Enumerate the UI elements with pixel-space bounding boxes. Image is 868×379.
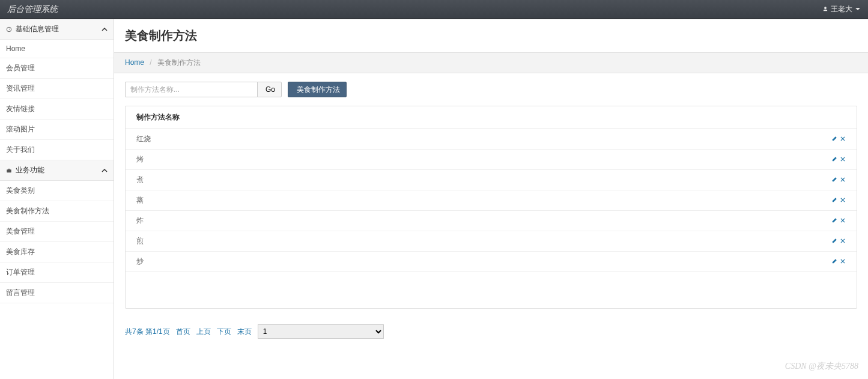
sidebar-item-label: 友情链接 bbox=[6, 105, 35, 113]
sidebar-item-label: 留言管理 bbox=[6, 288, 35, 297]
breadcrumb-home[interactable]: Home bbox=[125, 58, 144, 67]
table-row: 炒 bbox=[126, 252, 857, 272]
cell-name: 炸 bbox=[126, 211, 584, 231]
controls-bar: Go 美食制作方法 bbox=[114, 73, 868, 106]
pager-summary: 共7条 第1/1页 bbox=[125, 327, 170, 337]
briefcase-icon bbox=[6, 168, 12, 174]
sidebar-item-food-manage[interactable]: 美食管理 bbox=[0, 222, 114, 242]
main-content: 美食制作方法 Home / 美食制作方法 Go 美食制作方法 制作方法名 bbox=[114, 19, 868, 379]
search-input[interactable] bbox=[125, 82, 257, 97]
sidebar-item-label: 关于我们 bbox=[6, 145, 35, 154]
edit-icon[interactable] bbox=[831, 156, 837, 164]
cell-name: 炒 bbox=[126, 252, 584, 272]
add-label: 美食制作方法 bbox=[297, 85, 340, 95]
table-row: 蒸 bbox=[126, 190, 857, 211]
edit-icon[interactable] bbox=[831, 217, 837, 225]
sidebar-item-carousel[interactable]: 滚动图片 bbox=[0, 120, 114, 140]
edit-icon[interactable] bbox=[831, 135, 837, 144]
user-menu[interactable]: 王老大 bbox=[822, 4, 861, 14]
cell-name: 红烧 bbox=[126, 129, 584, 150]
delete-icon[interactable] bbox=[840, 258, 846, 266]
pager-last[interactable]: 末页 bbox=[237, 327, 252, 337]
caret-down-icon bbox=[855, 5, 861, 14]
delete-icon[interactable] bbox=[840, 156, 846, 164]
sidebar-group-business[interactable]: 业务功能 bbox=[0, 160, 114, 181]
user-name: 王老大 bbox=[831, 4, 852, 14]
edit-icon[interactable] bbox=[831, 237, 837, 246]
sidebar-item-about[interactable]: 关于我们 bbox=[0, 140, 114, 160]
sidebar-item-members[interactable]: 会员管理 bbox=[0, 58, 114, 79]
table-row: 炸 bbox=[126, 211, 857, 231]
sidebar-item-label: 滚动图片 bbox=[6, 125, 35, 133]
user-icon bbox=[822, 5, 828, 14]
add-button[interactable]: 美食制作方法 bbox=[288, 82, 347, 97]
svg-rect-1 bbox=[7, 169, 11, 172]
sidebar-item-label: 美食库存 bbox=[6, 247, 35, 256]
brand-title: 后台管理系统 bbox=[7, 4, 58, 15]
cell-name: 煎 bbox=[126, 231, 584, 252]
sidebar-group-basic[interactable]: 基础信息管理 bbox=[0, 19, 114, 40]
pager-select[interactable]: 1 bbox=[258, 324, 384, 339]
search-go-button[interactable]: Go bbox=[257, 82, 282, 97]
sidebar-item-label: 美食制作方法 bbox=[6, 207, 49, 215]
delete-icon[interactable] bbox=[840, 196, 846, 205]
sidebar: 基础信息管理 Home 会员管理 资讯管理 友情链接 滚动图片 关于我们 业务功… bbox=[0, 19, 114, 379]
breadcrumb-separator: / bbox=[150, 58, 151, 67]
sidebar-item-cooking-method[interactable]: 美食制作方法 bbox=[0, 201, 114, 222]
data-table: 制作方法名称 红烧烤煮蒸炸煎炒 bbox=[126, 106, 857, 272]
breadcrumb-current: 美食制作方法 bbox=[157, 58, 201, 67]
pager-first[interactable]: 首页 bbox=[176, 327, 190, 337]
edit-icon[interactable] bbox=[831, 258, 837, 266]
sidebar-item-label: 美食类别 bbox=[6, 186, 35, 195]
sidebar-item-label: 会员管理 bbox=[6, 64, 35, 72]
delete-icon[interactable] bbox=[840, 176, 846, 184]
sidebar-item-messages[interactable]: 留言管理 bbox=[0, 283, 114, 303]
svg-rect-2 bbox=[8, 168, 10, 169]
sidebar-group-label: 基础信息管理 bbox=[16, 24, 59, 34]
cell-name: 煮 bbox=[126, 170, 584, 190]
table-row: 煮 bbox=[126, 170, 857, 190]
table-card: 制作方法名称 红烧烤煮蒸炸煎炒 bbox=[125, 106, 857, 309]
table-header-name: 制作方法名称 bbox=[126, 106, 584, 129]
chevron-up-icon bbox=[102, 168, 108, 174]
dashboard-icon bbox=[6, 26, 12, 32]
cell-name: 烤 bbox=[126, 150, 584, 170]
chevron-up-icon bbox=[102, 26, 108, 32]
sidebar-item-orders[interactable]: 订单管理 bbox=[0, 262, 114, 283]
delete-icon[interactable] bbox=[840, 217, 846, 225]
delete-icon[interactable] bbox=[840, 135, 846, 144]
sidebar-item-food-stock[interactable]: 美食库存 bbox=[0, 242, 114, 262]
sidebar-item-label: 美食管理 bbox=[6, 227, 35, 235]
sidebar-group-label: 业务功能 bbox=[16, 165, 44, 175]
delete-icon[interactable] bbox=[840, 237, 846, 246]
edit-icon[interactable] bbox=[831, 196, 837, 205]
go-label: Go bbox=[266, 85, 275, 94]
table-row: 煎 bbox=[126, 231, 857, 252]
table-row: 烤 bbox=[126, 150, 857, 170]
sidebar-item-news[interactable]: 资讯管理 bbox=[0, 79, 114, 99]
table-row: 红烧 bbox=[126, 129, 857, 150]
cell-name: 蒸 bbox=[126, 190, 584, 211]
sidebar-item-label: 资讯管理 bbox=[6, 84, 35, 92]
sidebar-item-label: 订单管理 bbox=[6, 268, 35, 276]
pagination: 共7条 第1/1页 首页 上页 下页 末页 1 bbox=[114, 318, 868, 345]
sidebar-item-food-category[interactable]: 美食类别 bbox=[0, 181, 114, 201]
sidebar-item-links[interactable]: 友情链接 bbox=[0, 99, 114, 120]
edit-icon[interactable] bbox=[831, 176, 837, 184]
pager-next[interactable]: 下页 bbox=[217, 327, 231, 337]
breadcrumb: Home / 美食制作方法 bbox=[114, 53, 868, 73]
sidebar-item-label: Home bbox=[6, 44, 25, 53]
topbar: 后台管理系统 王老大 bbox=[0, 0, 868, 19]
sidebar-item-home[interactable]: Home bbox=[0, 40, 114, 58]
page-title: 美食制作方法 bbox=[114, 19, 868, 53]
pager-prev[interactable]: 上页 bbox=[196, 327, 211, 337]
